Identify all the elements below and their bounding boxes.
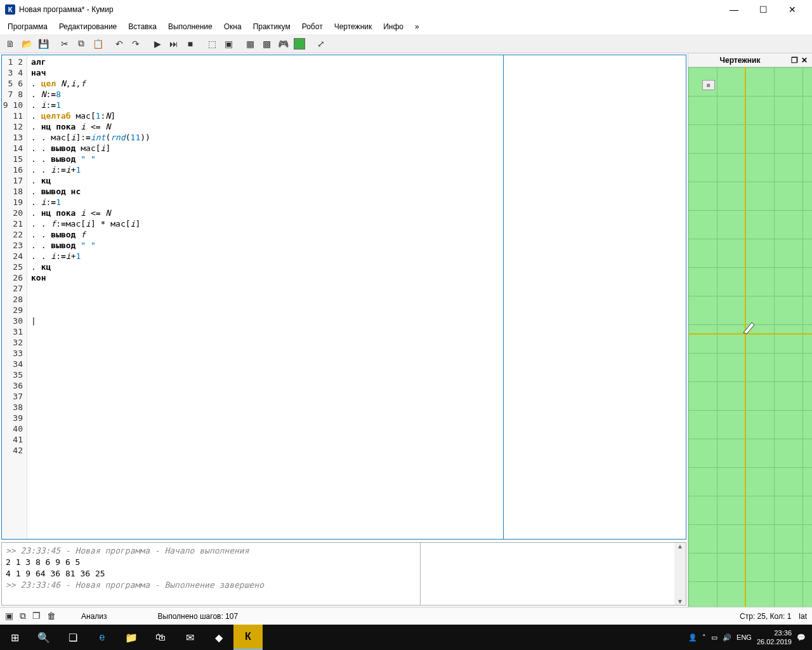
code-line (31, 423, 682, 434)
search-icon[interactable]: 🔍 (29, 625, 58, 650)
painter-panel: Чертежник ❐ ✕ ≡ (688, 53, 812, 607)
language-indicator[interactable]: ENG (737, 633, 752, 641)
save-file-icon[interactable]: 💾 (36, 36, 51, 51)
code-line: . нц пока i <= N (31, 208, 682, 218)
panel-title: Чертежник (691, 56, 789, 65)
code-line: . цел N,i,f (31, 78, 682, 89)
code-line: . кц (31, 175, 682, 186)
painter-canvas[interactable]: ≡ (688, 67, 812, 607)
battery-icon[interactable]: ▭ (711, 633, 717, 642)
menu-Вставка[interactable]: Вставка (123, 20, 162, 34)
menu-Робот[interactable]: Робот (297, 20, 328, 34)
menu-Инфо[interactable]: Инфо (378, 20, 409, 34)
expand-icon[interactable]: ⤢ (313, 36, 329, 51)
scrollbar[interactable]: ▲▼ (674, 543, 686, 605)
canvas-menu-icon[interactable]: ≡ (702, 80, 715, 90)
code-line (31, 294, 682, 305)
code-line (31, 391, 682, 402)
new-file-icon[interactable]: 🗎 (3, 36, 18, 51)
menu-Программа[interactable]: Программа (3, 20, 53, 34)
app-icon[interactable]: ◆ (204, 625, 233, 650)
code-editor[interactable]: 1 2 3 4 5 6 7 8 9 10 11 12 13 14 15 16 1… (1, 55, 686, 540)
console-icon[interactable]: ▣ (5, 611, 13, 621)
code-line (31, 445, 682, 456)
app-icon: К (5, 4, 15, 15)
explorer-icon[interactable]: 📁 (117, 625, 146, 650)
menu-Выполнение[interactable]: Выполнение (163, 20, 218, 34)
title-bar: К Новая программа* - Кумир — ☐ ✕ (0, 0, 812, 19)
menu-Практикум[interactable]: Практикум (248, 20, 296, 34)
notifications-icon[interactable]: 💬 (797, 633, 806, 642)
paste-icon[interactable]: 📋 (90, 36, 105, 51)
panel-dock-icon[interactable]: ❐ (789, 55, 799, 65)
output-secondary (421, 543, 674, 605)
code-line (31, 283, 682, 294)
code-line: . . f:=мас[i] * мас[i] (31, 218, 682, 229)
output-pane: >> 23:33:45 - Новая программа - Начало в… (1, 542, 686, 606)
close-button[interactable]: ✕ (778, 0, 807, 19)
tray-up-icon[interactable]: ˄ (702, 633, 706, 642)
svg-rect-0 (688, 67, 812, 607)
task-view-icon[interactable]: ❏ (58, 625, 88, 650)
start-button[interactable]: ⊞ (0, 625, 29, 650)
menu-bar: ПрограммаРедактированиеВставкаВыполнение… (0, 19, 812, 34)
run-icon[interactable]: ▶ (150, 36, 165, 51)
status-analysis: Анализ (81, 612, 107, 621)
code-line: | (31, 315, 682, 326)
menu-Чертежник[interactable]: Чертежник (329, 20, 377, 34)
clock[interactable]: 23:36 26.02.2019 (757, 628, 792, 646)
code-line: . i:=1 (31, 100, 682, 110)
store-icon[interactable]: 🛍 (146, 625, 175, 650)
menu-Окна[interactable]: Окна (219, 20, 247, 34)
open-file-icon[interactable]: 📂 (19, 36, 34, 51)
system-tray[interactable]: 👤 ˄ ▭ 🔊 ENG 23:36 26.02.2019 💬 (682, 628, 812, 646)
copy-icon[interactable]: ⧉ (74, 36, 89, 51)
editor-splitter[interactable] (503, 55, 504, 539)
kumir-taskbar-icon[interactable]: К (233, 625, 263, 650)
layout-icon[interactable]: ⬚ (204, 36, 219, 51)
code-line: . N:=8 (31, 89, 682, 100)
maximize-button[interactable]: ☐ (749, 0, 778, 19)
line-gutter: 1 2 3 4 5 6 7 8 9 10 11 12 13 14 15 16 1… (2, 55, 27, 539)
step-icon[interactable]: ⏭ (166, 36, 181, 51)
code-line (31, 413, 682, 423)
output-text[interactable]: >> 23:33:45 - Новая программа - Начало в… (2, 543, 421, 605)
code-line (31, 477, 682, 488)
robot-icon[interactable]: 🎮 (275, 36, 291, 51)
code-line (31, 348, 682, 359)
code-line (31, 380, 682, 391)
panel-close-icon[interactable]: ✕ (799, 55, 809, 65)
cut-icon[interactable]: ✂ (57, 36, 72, 51)
trash-icon[interactable]: 🗑 (47, 611, 56, 621)
code-line (31, 434, 682, 445)
painter-icon[interactable] (292, 36, 307, 51)
mail-icon[interactable]: ✉ (175, 625, 204, 650)
redo-icon[interactable]: ↷ (128, 36, 143, 51)
code-line: . целтаб мас[1:N] (31, 110, 682, 121)
stop-icon[interactable]: ■ (183, 36, 198, 51)
volume-icon[interactable]: 🔊 (723, 633, 731, 642)
grid2-icon[interactable]: ▩ (259, 36, 274, 51)
copy-stack-icon[interactable]: ❐ (32, 611, 41, 621)
toolbar: 🗎 📂 💾 ✂ ⧉ 📋 ↶ ↷ ▶ ⏭ ■ ⬚ ▣ ▦ ▩ 🎮 ⤢ (0, 34, 812, 53)
code-line (31, 499, 682, 510)
undo-icon[interactable]: ↶ (112, 36, 127, 51)
menu-»[interactable]: » (410, 20, 424, 34)
code-line (31, 488, 682, 499)
grid-overlay (688, 67, 812, 607)
stack-icon[interactable]: ⧉ (20, 611, 26, 621)
people-icon[interactable]: 👤 (688, 633, 697, 642)
edge-icon[interactable]: e (88, 625, 117, 650)
menu-Редактирование[interactable]: Редактирование (54, 20, 122, 34)
windows-taskbar[interactable]: ⊞ 🔍 ❏ e 📁 🛍 ✉ ◆ К 👤 ˄ ▭ 🔊 ENG 23:36 26.0… (0, 625, 812, 650)
log-line: >> 23:33:46 - Новая программа - Выполнен… (6, 580, 416, 591)
grid1-icon[interactable]: ▦ (242, 36, 258, 51)
code-line: . . вывод мас[i] (31, 143, 682, 154)
code-line: . . i:=i+1 (31, 164, 682, 175)
minimize-button[interactable]: — (719, 0, 749, 19)
code-line (31, 456, 682, 467)
code-line: . . мас[i]:=int(rnd(11)) (31, 132, 682, 143)
code-line (31, 402, 682, 413)
window-icon[interactable]: ▣ (221, 36, 236, 51)
code-area[interactable]: алгнач. цел N,i,f. N:=8. i:=1. целтаб ма… (27, 55, 686, 539)
